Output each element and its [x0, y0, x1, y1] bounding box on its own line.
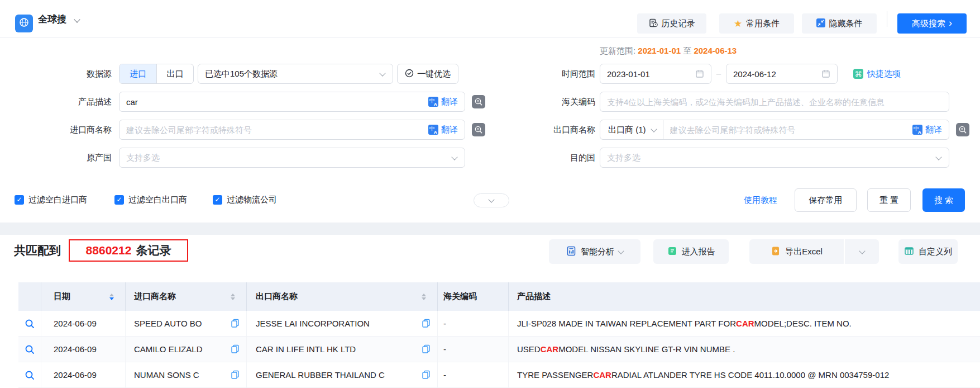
exporter-name[interactable]: JESSE LAI INCORPORATION [256, 319, 370, 328]
hs-code-field[interactable] [600, 92, 949, 112]
collapse-icon [816, 18, 825, 29]
data-source-toggle: 进口 出口 [119, 64, 194, 84]
copy-icon[interactable] [422, 370, 431, 381]
update-range-label: 更新范围: [600, 46, 635, 55]
smart-analysis-button[interactable]: 智能分析 [549, 239, 640, 264]
calendar-icon[interactable] [695, 69, 704, 78]
enter-report-button[interactable]: 进入报告 [653, 239, 729, 264]
exporter-type-select[interactable]: 出口商 (1) [600, 120, 663, 140]
search-button[interactable]: 搜 索 [922, 188, 965, 212]
translate-label: 翻译 [441, 97, 458, 107]
tab-import[interactable]: 进口 [119, 64, 156, 83]
search-detail-icon[interactable] [24, 344, 35, 355]
product-desc-label: 产品描述 [0, 92, 112, 112]
history-button[interactable]: 历史记录 [637, 13, 706, 34]
results-count-highlight-box: 8860212 条记录 [69, 239, 188, 262]
data-source-select[interactable]: 已选中105个数据源 [198, 64, 393, 84]
product-keyword-highlight: CAR [736, 319, 754, 328]
topbar: 全球搜 历史记录 ★ 常用条件 隐藏条件 高级搜索 › [0, 0, 980, 38]
search-detail-icon[interactable] [24, 318, 35, 329]
filter-blank-exporter-checkbox[interactable]: ✓ 过滤空白出口商 [114, 193, 187, 206]
importer-name[interactable]: CAMILO ELIZALD [134, 344, 203, 354]
app-switch-chevron-down-icon[interactable] [74, 16, 80, 22]
product-text: MODEL NISSAN SKYLINE GT-R VIN NUMBE . [558, 344, 735, 354]
quick-options-link[interactable]: ⌘ 快捷选项 [853, 64, 901, 84]
export-excel-label: 导出Excel [785, 247, 823, 257]
exact-match-icon[interactable] [956, 123, 969, 136]
date-header-label: 日期 [54, 291, 70, 302]
hs-code-label: 海关编码 [514, 92, 595, 112]
date-column-header[interactable]: 日期 [41, 282, 126, 311]
columns-icon [904, 246, 914, 258]
chevron-down-icon [451, 154, 457, 160]
translate-button[interactable]: 中A 翻译 [428, 125, 458, 135]
enter-report-label: 进入报告 [682, 247, 715, 257]
origin-country-select[interactable]: 支持多选 [119, 148, 465, 168]
product-desc-input[interactable] [119, 97, 428, 107]
exporter-cell: CAR IN LIFE INTL HK LTD [247, 337, 438, 362]
hs-code-cell: - [438, 337, 509, 362]
copy-icon[interactable] [422, 344, 431, 355]
sort-icon[interactable] [109, 294, 114, 300]
reset-button[interactable]: 重 置 [867, 188, 911, 212]
advanced-search-button[interactable]: 高级搜索 › [897, 13, 967, 34]
sort-icon[interactable] [422, 294, 426, 300]
date-start-input[interactable] [600, 69, 695, 79]
filter-logistics-checkbox[interactable]: ✓ 过滤物流公司 [213, 193, 277, 206]
results-count-prefix: 共匹配到 [14, 239, 61, 262]
tab-export[interactable]: 出口 [156, 64, 193, 83]
customize-columns-button[interactable]: 自定义列 [898, 239, 958, 264]
sort-icon[interactable] [231, 294, 235, 300]
topbar-divider [887, 11, 887, 27]
translate-icon: 中A [428, 97, 438, 107]
product-text: TYRE PASSENGER [517, 370, 593, 380]
translate-icon: 中A [912, 125, 922, 135]
filter-blank-importer-checkbox[interactable]: ✓ 过滤空白进口商 [15, 193, 87, 206]
results-count-value: 8860212 [86, 244, 132, 257]
importer-name[interactable]: SPEED AUTO BO [134, 319, 202, 328]
exporter-name-field[interactable]: 出口商 (1) 中A 翻译 [600, 120, 949, 140]
tutorial-link[interactable]: 使用教程 [744, 188, 777, 212]
chevron-down-icon [488, 196, 494, 202]
date-start-field[interactable] [600, 64, 711, 84]
importer-name[interactable]: NUMAN SONS C [134, 370, 199, 380]
product-desc-field[interactable]: 中A 翻译 [119, 92, 465, 112]
exporter-cell: GENERAL RUBBER THAILAND C [247, 362, 438, 387]
copy-icon[interactable] [231, 344, 240, 355]
exporter-name[interactable]: CAR IN LIFE INTL HK LTD [256, 344, 356, 354]
update-range-end: 2024-06-13 [694, 46, 737, 55]
importer-column-header[interactable]: 进口商名称 [126, 282, 247, 311]
translate-button[interactable]: 中A 翻译 [912, 125, 942, 135]
hs-code-input[interactable] [600, 97, 949, 107]
collapse-form-button[interactable] [474, 193, 509, 207]
destination-country-select[interactable]: 支持多选 [600, 148, 949, 168]
exporter-column-header[interactable]: 出口商名称 [247, 282, 438, 311]
export-more-button[interactable] [844, 239, 879, 264]
importer-name-field[interactable]: 中A 翻译 [119, 120, 465, 140]
translate-button[interactable]: 中A 翻译 [428, 97, 458, 107]
data-source-label: 数据源 [0, 64, 112, 84]
export-excel-button[interactable]: 导出Excel [749, 239, 844, 264]
excel-export-icon [771, 246, 781, 258]
date-range-dash: – [713, 64, 725, 84]
checkbox-checked-icon: ✓ [15, 195, 24, 205]
export-excel-group: 导出Excel [749, 239, 879, 264]
date-end-input[interactable] [726, 69, 821, 79]
copy-icon[interactable] [231, 370, 240, 381]
exact-match-icon[interactable] [472, 95, 485, 108]
hide-conditions-button[interactable]: 隐藏条件 [802, 13, 877, 34]
exporter-name[interactable]: GENERAL RUBBER THAILAND C [256, 370, 385, 380]
exporter-name-input[interactable] [663, 125, 913, 135]
copy-icon[interactable] [231, 319, 240, 329]
exact-match-icon[interactable] [472, 123, 485, 136]
save-conditions-button[interactable]: 保存常用 [795, 188, 857, 212]
favorite-conditions-button[interactable]: ★ 常用条件 [719, 13, 794, 34]
importer-name-input[interactable] [119, 125, 428, 135]
calendar-icon[interactable] [821, 69, 830, 78]
date-cell: 2024-06-09 [41, 311, 126, 336]
date-end-field[interactable] [726, 64, 838, 84]
search-detail-icon[interactable] [24, 370, 35, 381]
copy-icon[interactable] [422, 319, 431, 329]
chevron-down-icon [379, 70, 385, 76]
one-click-optimize-button[interactable]: 一键优选 [397, 64, 458, 84]
